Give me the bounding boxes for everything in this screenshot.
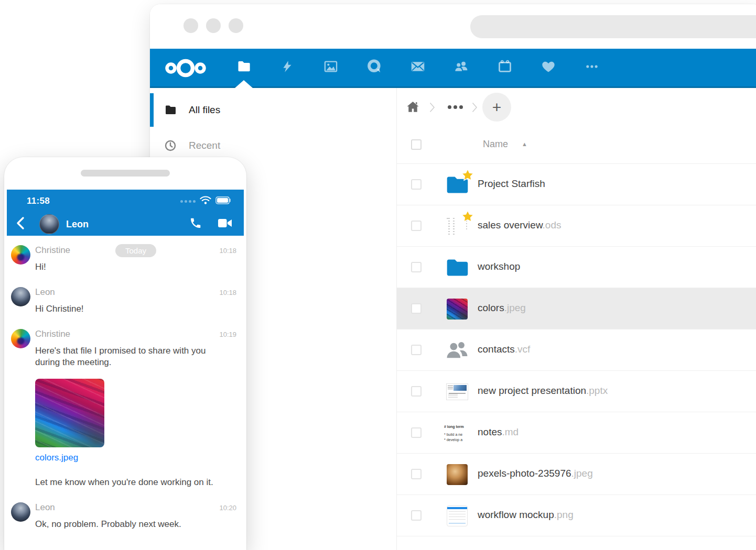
file-name: colors.jpeg [478,302,526,314]
sort-ascending-icon[interactable]: ▲ [522,141,527,147]
phone-screen: 11:58 [7,190,244,550]
battery-icon [215,196,231,206]
file-row[interactable]: contacts.vcf [397,329,756,371]
message-text: Hi! [35,261,224,273]
message-body: Hi! [35,261,236,273]
row-checkbox[interactable] [411,469,422,479]
row-checkbox[interactable] [411,345,422,355]
attachment-file-link[interactable]: colors.jpeg [35,453,236,463]
new-file-button[interactable]: + [482,93,511,122]
image-thumbnail [447,299,468,320]
message-author: Christine [35,245,70,255]
mail-icon [410,59,426,76]
file-row[interactable]: pexels-photo-235976.jpeg [397,454,756,495]
mockup-thumbnail [447,505,468,526]
home-icon[interactable] [406,100,420,116]
chat-message-list: Christine Today 10:18 Hi! Leon 10:18 Hi … [7,236,244,550]
file-icon [444,296,470,322]
message-text: Let me know when you're done working on … [35,477,224,488]
file-row[interactable]: workflow mockup.png [397,495,756,536]
window-control-dot[interactable] [229,18,243,33]
mail-app-button[interactable] [404,49,432,86]
file-name: workshop [478,261,520,272]
presentation-thumbnail [446,383,468,400]
file-name: workflow mockup.png [478,509,574,521]
message-time: 10:18 [219,247,236,255]
chat-message: Leon 10:18 Hi Christine! [7,287,244,315]
file-icon [444,213,470,239]
file-icon [444,503,470,529]
sidebar-item-all-files[interactable]: All files [150,92,396,128]
file-row[interactable]: workshop [397,247,756,288]
file-name: sales overview.ods [478,219,561,231]
message-author: Leon [35,287,55,297]
chat-message: Christine Today 10:18 Hi! [7,245,244,273]
contacts-app-button[interactable] [447,49,476,86]
calendar-app-button[interactable] [491,49,519,86]
file-icon [444,461,470,488]
row-checkbox[interactable] [411,179,422,190]
folder-icon [446,258,469,277]
row-checkbox[interactable] [411,262,422,272]
file-row[interactable]: new project presentation.pptx [397,371,756,412]
lightning-icon [280,59,294,76]
markdown-preview-thumbnail: # long term* build a ne* develop a [444,424,470,442]
window-control-dot[interactable] [183,18,198,33]
file-icon [444,255,470,281]
back-button[interactable] [15,216,26,232]
window-controls[interactable] [183,18,243,33]
voice-call-button[interactable] [189,217,202,232]
more-apps-button[interactable] [578,49,606,86]
avatar [11,329,30,348]
app-menu [230,49,606,86]
name-column-header[interactable]: Name [483,139,508,150]
phone-mockup: 11:58 [4,157,246,550]
file-row[interactable]: sales overview.ods [397,205,756,247]
heart-icon [541,59,556,76]
browser-chrome [150,4,756,49]
address-bar[interactable] [470,15,756,38]
row-checkbox[interactable] [411,386,422,397]
file-row[interactable]: # long term* build a ne* develop a notes… [397,412,756,454]
row-checkbox[interactable] [411,221,422,231]
file-name: contacts.vcf [478,344,530,355]
activity-app-button[interactable] [273,49,301,86]
file-row[interactable]: colors.jpeg [397,288,756,329]
ellipsis-icon [585,59,599,76]
file-icon: # long term* build a ne* develop a [444,420,470,446]
talk-app-button[interactable] [360,49,388,86]
file-name: new project presentation.pptx [478,385,608,397]
window-control-dot[interactable] [206,18,221,33]
message-text: Ok, no problem. Probably next week. [35,519,224,530]
phone-speaker [81,170,170,177]
file-icon [444,172,470,198]
nextcloud-logo-icon[interactable] [163,59,209,80]
shared-image-attachment[interactable] [35,379,104,447]
calendar-icon [498,59,512,76]
file-row[interactable]: Project Starfish [397,164,756,205]
row-checkbox[interactable] [411,303,422,314]
phone-status-bar: 11:58 [7,190,244,213]
message-author: Leon [35,502,55,512]
video-call-button[interactable] [218,217,232,231]
folder-icon [164,104,177,116]
file-table-body: Project Starfish sales overview.ods work… [397,164,756,536]
message-time: 10:18 [219,289,236,296]
folder-icon [236,59,251,76]
photos-icon [323,59,338,76]
file-name: pexels-photo-235976.jpeg [478,468,593,479]
file-table-header: Name ▲ [397,126,756,164]
row-checkbox[interactable] [411,510,422,521]
message-text: Hi Christine! [35,303,224,315]
select-all-checkbox[interactable] [411,139,422,150]
files-app-button[interactable] [230,49,258,86]
row-checkbox[interactable] [411,427,422,438]
favorites-app-button[interactable] [534,49,563,86]
photos-app-button[interactable] [317,49,345,86]
breadcrumb-ellipsis-button[interactable] [448,105,463,109]
contact-avatar[interactable] [39,214,59,234]
sidebar-item-label: Recent [189,140,220,151]
wifi-icon [200,196,211,207]
file-list-panel: + Name ▲ Project Starfish [396,88,756,550]
talk-icon [366,59,382,76]
